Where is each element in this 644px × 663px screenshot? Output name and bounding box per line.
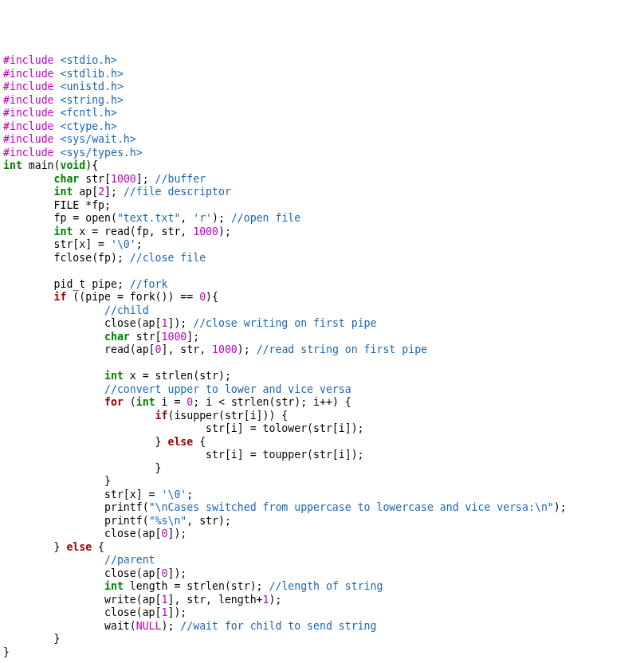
code-token: 0 — [199, 291, 206, 303]
code-token: ; — [187, 488, 193, 500]
code-token: close(ap[ — [3, 606, 162, 618]
code-line: #include <stdio.h> — [3, 54, 644, 68]
code-line: read(ap[0], str, 1000); //read string on… — [3, 343, 644, 357]
code-token: ]); — [167, 606, 187, 618]
code-token: else — [167, 436, 193, 448]
code-token: <stdlib.h> — [60, 68, 123, 80]
code-line: write(ap[1], str, length+1); — [3, 594, 644, 607]
code-token: 'r' — [193, 212, 212, 224]
code-line: //child — [3, 304, 644, 318]
code-token: int — [54, 226, 73, 237]
code-line: int ap[2]; //file descriptor — [3, 186, 644, 199]
code-token: //close writing on first pipe — [193, 317, 376, 329]
code-token: 0 — [155, 343, 162, 355]
code-token — [3, 304, 104, 316]
code-line: //convert upper to lower and vice versa — [3, 383, 644, 397]
code-line: #include <stdlib.h> — [3, 68, 644, 81]
code-line: } — [3, 462, 644, 476]
code-token: 1000 — [111, 173, 136, 185]
code-token: x = read(fp, str, — [73, 226, 193, 237]
code-token: <unistd.h> — [60, 80, 123, 92]
code-token: ){ — [85, 159, 98, 171]
code-line: str[x] = '\0'; — [3, 238, 644, 252]
code-line — [3, 357, 644, 371]
code-token: close(ap[ — [3, 528, 162, 539]
code-line: FILE *fp; — [3, 199, 644, 213]
code-token — [3, 291, 54, 303]
code-line: close(ap[1]); — [3, 606, 644, 620]
code-token: //open file — [231, 212, 300, 224]
code-token: x = strlen(str); — [124, 370, 231, 382]
code-token: //close file — [130, 252, 206, 264]
code-token: '\0' — [111, 238, 136, 250]
code-token: { — [92, 541, 104, 553]
code-token: str[x] = — [3, 238, 111, 250]
code-token: fp = open( — [3, 212, 117, 224]
code-line: #include <sys/wait.h> — [3, 133, 644, 147]
code-token: if — [54, 291, 67, 303]
code-token: //wait for child to send string — [180, 620, 376, 632]
code-line: #include <ctype.h> — [3, 120, 644, 134]
code-token: } — [3, 633, 60, 645]
code-token — [3, 554, 104, 566]
code-token: ap[ — [73, 186, 98, 198]
code-token: 1000 — [162, 331, 187, 343]
code-token: #include — [3, 133, 60, 145]
code-line: wait(NULL); //wait for child to send str… — [3, 620, 644, 634]
code-token: ; i < strlen(str); i++) { — [193, 396, 351, 408]
code-token: ((pipe = fork()) == — [66, 291, 199, 303]
code-token: close(ap[ — [3, 317, 162, 329]
code-token: int — [136, 396, 155, 408]
code-token: } — [3, 646, 10, 658]
code-token: length = strlen(str); — [124, 580, 269, 592]
code-token — [3, 383, 104, 395]
code-token: write(ap[ — [3, 594, 162, 606]
code-token: ]; — [136, 173, 155, 185]
code-line: } — [3, 475, 644, 488]
code-token: int — [104, 370, 124, 382]
code-token: pid_t pipe; — [3, 278, 130, 290]
code-token: <string.h> — [60, 94, 123, 106]
code-token: str[ — [79, 173, 111, 185]
code-token: } — [3, 541, 66, 553]
code-token: "%s\n" — [149, 515, 187, 527]
code-token: //fork — [130, 278, 168, 290]
code-line: if ((pipe = fork()) == 0){ — [3, 291, 644, 304]
code-token — [3, 226, 54, 237]
code-token: ], str, length+ — [167, 594, 262, 606]
code-token: <sys/wait.h> — [60, 133, 135, 145]
code-token: <fcntl.h> — [60, 107, 116, 119]
code-token: "text.txt" — [117, 212, 180, 224]
code-token: //file descriptor — [124, 186, 231, 198]
code-token: 1000 — [212, 343, 238, 355]
code-line: } else { — [3, 436, 644, 449]
code-token: //length of string — [269, 580, 383, 592]
code-token: //convert upper to lower and vice versa — [104, 383, 351, 395]
code-token: str[x] = — [3, 488, 162, 500]
code-token — [3, 396, 104, 408]
code-line: //parent — [3, 554, 644, 567]
code-token: //buffer — [155, 173, 206, 185]
code-line: if(isupper(str[i])) { — [3, 410, 644, 423]
code-token: if — [155, 410, 168, 422]
code-token: fclose(fp); — [3, 252, 130, 264]
code-token: 2 — [98, 186, 104, 198]
code-token: ); — [162, 620, 181, 632]
code-token: 1 — [263, 594, 269, 606]
code-line: str[x] = '\0'; — [3, 488, 644, 502]
code-line: #include <string.h> — [3, 94, 644, 108]
code-token: printf( — [3, 501, 149, 513]
code-token: ); — [212, 212, 231, 224]
code-line: close(ap[1]); //close writing on first p… — [3, 317, 644, 331]
code-token — [3, 580, 104, 592]
code-token: ; — [136, 238, 143, 250]
code-line: printf("%s\n", str); — [3, 515, 644, 528]
code-line: close(ap[0]); — [3, 567, 644, 581]
code-line: for (int i = 0; i < strlen(str); i++) { — [3, 396, 644, 410]
code-token: char — [54, 173, 80, 185]
code-token — [3, 173, 54, 185]
code-token: ]); — [167, 528, 187, 539]
code-token: ]); — [167, 567, 187, 579]
code-token: <ctype.h> — [60, 120, 116, 132]
code-line: } — [3, 646, 644, 660]
